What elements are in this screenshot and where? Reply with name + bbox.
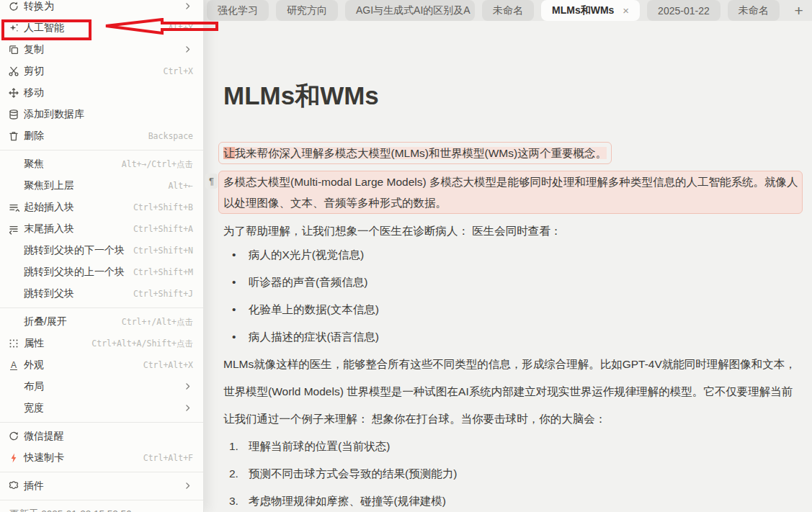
menu-item-shortcut: Ctrl+Alt+A/Shift+点击 [86, 338, 193, 349]
bullet-marker: • [232, 299, 236, 320]
menu-item-label: 末尾插入块 [24, 223, 74, 235]
tab-6[interactable]: 未命名 [728, 0, 780, 21]
trash-icon [8, 130, 19, 142]
paragraph-block[interactable]: 世界模型(World Models) 世界模型是一种试图在AI系统内部建立对现实… [223, 381, 812, 402]
tab-1[interactable]: 研究方向 [276, 0, 338, 21]
paragraph-block[interactable]: 让我们通过一个例子来理解： 想象你在打台球。当你要击球时，你的大脑会： [223, 408, 812, 429]
insert-start-icon [8, 202, 19, 213]
menu-item-quick-flashcard[interactable]: 快速制卡Ctrl+Alt+F [0, 447, 203, 469]
menu-item-jump-parent-next[interactable]: 跳转到父块的下一个块Ctrl+Shift+N [0, 240, 203, 261]
menu-item-shortcut: Ctrl+Alt+F [138, 453, 193, 463]
menu-item-label: 布局 [24, 380, 44, 393]
bullet-list-item[interactable]: •化验单上的数据(文本信息) [223, 299, 812, 320]
icon-placeholder [8, 266, 19, 278]
menu-item-attributes[interactable]: 属性Ctrl+Alt+A/Shift+点击 [0, 333, 203, 354]
menu-item-label: 外观 [24, 359, 44, 372]
menu-item-shortcut: Ctrl+Shift+M [128, 267, 193, 277]
menu-item-shortcut: Ctrl+X [157, 66, 193, 76]
numbered-list-item[interactable]: 2.预测不同击球方式会导致的结果(预测能力) [223, 463, 812, 484]
menu-item-cut[interactable]: 剪切Ctrl+X [0, 60, 203, 82]
selected-first-character: 让 [223, 147, 235, 159]
convert-icon [8, 1, 19, 12]
menu-item-label: 聚焦到上层 [24, 179, 74, 192]
highlighted-paragraph-block[interactable]: 多模态大模型(Multi-modal Large Models) 多模态大模型是… [218, 171, 803, 214]
paragraph-text: 让我来帮你深入理解多模态大模型(MLMs)和世界模型(WMs)这两个重要概念。 [223, 147, 607, 159]
chevron-right-icon [183, 45, 193, 55]
menu-item-insert-block-before[interactable]: 起始插入块Ctrl+Shift+B [0, 197, 203, 218]
bullet-list-item[interactable]: •听诊器的声音(音频信息) [223, 271, 812, 292]
menu-item-shortcut: Backspace [143, 131, 193, 141]
numbered-list-item[interactable]: 1.理解当前球的位置(当前状态) [223, 436, 812, 457]
new-tab-button[interactable]: + [787, 0, 811, 21]
number-marker: 2. [229, 463, 238, 484]
menu-item-label: 微信提醒 [24, 430, 64, 443]
menu-item-label: 快速制卡 [24, 452, 64, 464]
menu-item-focus[interactable]: 聚焦Alt+→/Ctrl+点击 [0, 153, 203, 175]
tab-3[interactable]: 未命名 [482, 0, 534, 21]
menu-item-delete[interactable]: 删除Backspace [0, 125, 203, 147]
document-title[interactable]: MLMs和WMs [223, 78, 812, 113]
block-updated-timestamp: 更新于 2025-01-22 15:52:56 [0, 503, 203, 512]
numbered-list-item[interactable]: 3.考虑物理规律如摩擦、碰撞等(规律建模) [223, 490, 812, 511]
menu-item-move[interactable]: 移动 [0, 82, 203, 104]
menu-item-label: 转换为 [24, 0, 54, 13]
menu-item-insert-block-after[interactable]: 末尾插入块Ctrl+Shift+A [0, 218, 203, 240]
menu-item-copy[interactable]: 复制 [0, 39, 203, 60]
database-icon [8, 109, 19, 120]
number-marker: 1. [229, 436, 238, 457]
menu-item-label: 跳转到父块的下一个块 [24, 244, 125, 257]
tab-label: 强化学习 [218, 4, 258, 17]
menu-item-focus-parent[interactable]: 聚焦到上层Alt+← [0, 175, 203, 197]
block-context-menu: 转换为人工智能Alt+X复制剪切Ctrl+X移动添加到数据库删除Backspac… [0, 0, 204, 512]
menu-item-add-to-database[interactable]: 添加到数据库 [0, 104, 203, 125]
menu-item-layout[interactable]: 布局 [0, 376, 203, 398]
menu-item-shortcut: Ctrl+↑/Alt+点击 [116, 317, 193, 328]
chevron-right-icon [183, 481, 193, 491]
highlighted-paragraph-block[interactable]: 让我来帮你深入理解多模态大模型(MLMs)和世界模型(WMs)这两个重要概念。 [218, 142, 612, 164]
icon-placeholder [8, 288, 19, 300]
bullet-list-item[interactable]: •病人的X光片(视觉信息) [223, 244, 812, 265]
menu-item-plugins[interactable]: 插件 [0, 475, 203, 497]
chevron-right-icon [183, 382, 193, 392]
menu-item-label: 插件 [24, 480, 44, 493]
menu-item-shortcut: Alt+X [162, 23, 193, 33]
menu-item-label: 属性 [24, 337, 44, 350]
tab-label: AGI与生成式AI的区别及A [356, 4, 470, 17]
wechat-icon [8, 431, 19, 442]
paragraph-block[interactable]: MLMs就像这样的医生，能够整合所有这些不同类型的信息，形成综合理解。比如GPT… [223, 354, 812, 374]
attributes-icon [8, 338, 19, 349]
menu-item-jump-parent-prev[interactable]: 跳转到父块的上一个块Ctrl+Shift+M [0, 261, 203, 283]
tab-active-4[interactable]: MLMs和WMs× [541, 0, 640, 21]
menu-item-label: 添加到数据库 [24, 108, 84, 121]
menu-item-label: 人工智能 [24, 22, 64, 35]
menu-item-fold-unfold[interactable]: 折叠/展开Ctrl+↑/Alt+点击 [0, 311, 203, 333]
tab-5[interactable]: 2025-01-22 [647, 0, 720, 21]
icon-placeholder [8, 381, 19, 392]
tab-0[interactable]: 强化学习 [207, 0, 269, 21]
tab-2[interactable]: AGI与生成式AI的区别及A [345, 0, 475, 21]
menu-item-shortcut: Ctrl+Shift+N [128, 246, 193, 256]
paragraph-gutter-icon[interactable]: ¶ [205, 174, 218, 189]
tab-close-icon[interactable]: × [623, 5, 629, 16]
menu-item-wechat-reminder[interactable]: 微信提醒 [0, 426, 203, 447]
menu-item-label: 复制 [24, 43, 44, 56]
bullet-list-block: •病人的X光片(视觉信息)•听诊器的声音(音频信息)•化验单上的数据(文本信息)… [223, 244, 812, 347]
document-editor[interactable]: MLMs和WMs 让我来帮你深入理解多模态大模型(MLMs)和世界模型(WMs)… [204, 21, 812, 512]
menu-item-jump-to-parent[interactable]: 跳转到父块Ctrl+Shift+J [0, 283, 203, 305]
menu-separator [0, 472, 203, 472]
numbered-list-block: 1.理解当前球的位置(当前状态)2.预测不同击球方式会导致的结果(预测能力)3.… [223, 436, 812, 511]
menu-item-width[interactable]: 宽度 [0, 398, 203, 419]
paragraph-block[interactable]: 为了帮助理解，让我们想象一个医生在诊断病人： 医生会同时查看： [223, 220, 812, 241]
menu-item-label: 剪切 [24, 65, 44, 78]
menu-item-shortcut: Ctrl+Shift+B [128, 202, 193, 212]
menu-item-shortcut: Alt+← [162, 181, 193, 191]
tab-label: 研究方向 [287, 4, 327, 17]
menu-item-convert-to[interactable]: 转换为 [0, 0, 203, 17]
menu-item-ai[interactable]: 人工智能Alt+X [0, 17, 203, 39]
menu-item-appearance[interactable]: A外观Ctrl+Alt+X [0, 354, 203, 376]
plugin-icon [8, 480, 19, 492]
cut-icon [8, 66, 19, 77]
bullet-list-item[interactable]: •病人描述的症状(语言信息) [223, 326, 812, 347]
menu-item-label: 聚焦 [24, 158, 44, 171]
menu-item-shortcut: Ctrl+Alt+X [138, 360, 193, 370]
